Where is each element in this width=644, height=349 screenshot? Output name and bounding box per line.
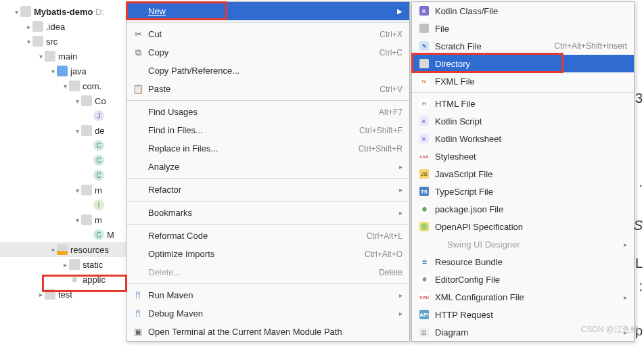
submenu-scratch[interactable]: ✎Scratch FileCtrl+Alt+Shift+Insert	[412, 37, 634, 55]
chevron-right-icon: ▸	[399, 292, 402, 299]
diagram-icon: ◫	[419, 327, 429, 337]
menu-separator	[412, 92, 634, 93]
menu-separator	[127, 100, 409, 101]
package-json-icon: ⬢	[419, 204, 429, 214]
chevron-right-icon: ▸	[399, 209, 402, 216]
directory-icon	[419, 59, 429, 68]
submenu-kotlin-class[interactable]: KKotlin Class/File	[412, 2, 634, 20]
tree-path-hint: D:	[95, 7, 104, 17]
tree-item[interactable]: CM	[0, 227, 135, 242]
submenu-package-json[interactable]: ⬢package.json File	[412, 200, 634, 218]
tree-item[interactable]: J	[0, 108, 135, 123]
submenu-openapi[interactable]: OpenAPI Specification	[412, 218, 634, 235]
terminal-icon: ▣	[132, 327, 144, 337]
paste-icon: 📋	[132, 84, 144, 94]
tree-item[interactable]: C	[0, 138, 135, 153]
context-menu: New▶ ✂CutCtrl+X ⧉CopyCtrl+C Copy Path/Re…	[126, 1, 410, 342]
submenu-directory[interactable]: Directory	[412, 55, 634, 72]
menu-item-copy-path[interactable]: Copy Path/Reference...	[127, 62, 409, 80]
kotlin-icon: K	[419, 6, 429, 16]
menu-item-reformat[interactable]: Reformat CodeCtrl+Alt+L	[127, 227, 409, 245]
tree-root[interactable]: ▾Mybatis-demo D:	[0, 4, 135, 19]
tree-item[interactable]: ▾m	[0, 212, 135, 227]
tree-item[interactable]: ▾java	[0, 64, 135, 78]
chevron-right-icon: ▸	[624, 241, 627, 248]
chevron-right-icon: ▶	[397, 7, 402, 15]
menu-item-open-terminal[interactable]: ▣Open Terminal at the Current Maven Modu…	[127, 323, 409, 341]
submenu-fxml[interactable]: fxFXML File	[412, 72, 634, 90]
maven-icon: ᛗ	[132, 290, 144, 300]
menu-item-new[interactable]: New▶	[127, 2, 409, 20]
kotlin-script-icon: K	[419, 116, 429, 126]
submenu-file[interactable]: File	[412, 20, 634, 37]
menu-item-run-maven[interactable]: ᛗRun Maven▸	[127, 286, 409, 304]
cut-icon: ✂	[132, 29, 144, 39]
xml-icon: xml	[419, 292, 429, 302]
tree-item[interactable]: C	[0, 153, 135, 168]
tree-item[interactable]: ▾de	[0, 123, 135, 138]
tree-item[interactable]: ▸test	[0, 287, 135, 302]
menu-item-cut[interactable]: ✂CutCtrl+X	[127, 25, 409, 43]
shortcut: Ctrl+C	[380, 48, 402, 57]
editor-fragment: :	[639, 279, 643, 294]
submenu-http-request[interactable]: APIHTTP Request	[412, 306, 634, 323]
maven-debug-icon: ᛗ	[132, 308, 144, 319]
shortcut: Ctrl+Alt+O	[365, 250, 402, 259]
tree-item[interactable]: ▸static	[0, 257, 135, 272]
editor-fragment: L	[635, 256, 643, 271]
shortcut: Ctrl+Shift+R	[359, 144, 402, 154]
menu-item-find-in-files[interactable]: Find in Files...Ctrl+Shift+F	[127, 121, 409, 139]
ts-icon: TS	[419, 187, 429, 196]
menu-item-delete[interactable]: Delete...Delete	[127, 263, 409, 281]
submenu-typescript[interactable]: TSTypeScript File	[412, 183, 634, 200]
menu-separator	[127, 283, 409, 284]
menu-item-paste[interactable]: 📋PasteCtrl+V	[127, 80, 409, 98]
submenu-xml-config[interactable]: xmlXML Configuration File▸	[412, 288, 634, 306]
copy-icon: ⧉	[132, 47, 144, 58]
menu-item-bookmarks[interactable]: Bookmarks▸	[127, 204, 409, 222]
menu-label: New	[148, 6, 166, 16]
editor-fragment: S	[634, 218, 643, 233]
menu-separator	[127, 201, 409, 202]
tree-item[interactable]: ▾src	[0, 34, 135, 49]
submenu-javascript[interactable]: JSJavaScript File	[412, 165, 634, 183]
tree-item[interactable]: ⚙applic	[0, 272, 135, 287]
menu-item-optimize-imports[interactable]: Optimize ImportsCtrl+Alt+O	[127, 245, 409, 263]
menu-item-analyze[interactable]: Analyze▸	[127, 158, 409, 176]
tree-item[interactable]: ▾m	[0, 183, 135, 197]
fxml-icon: fx	[419, 76, 429, 86]
tree-item[interactable]: ▾main	[0, 49, 135, 64]
menu-item-refactor[interactable]: Refactor▸	[127, 181, 409, 199]
submenu-stylesheet[interactable]: cssStylesheet	[412, 147, 634, 165]
menu-item-copy[interactable]: ⧉CopyCtrl+C	[127, 43, 409, 62]
tree-item[interactable]: ▾Co	[0, 93, 135, 108]
submenu-kotlin-worksheet[interactable]: KKotlin Worksheet	[412, 130, 634, 147]
tree-item[interactable]: C	[0, 168, 135, 183]
new-submenu: KKotlin Class/File File ✎Scratch FileCtr…	[411, 1, 635, 342]
editor-fragment: .	[639, 174, 643, 190]
tree-item[interactable]: ▾com.	[0, 78, 135, 93]
shortcut: Delete	[379, 268, 402, 277]
tree-item-resources[interactable]: ▾resources	[0, 242, 135, 257]
chevron-right-icon: ▸	[399, 186, 402, 193]
submenu-resource-bundle[interactable]: ☰Resource Bundle	[412, 253, 634, 271]
submenu-swing-designer[interactable]: Swing UI Designer▸	[412, 235, 634, 253]
menu-item-replace-in-files[interactable]: Replace in Files...Ctrl+Shift+R	[127, 139, 409, 158]
openapi-icon	[419, 222, 429, 231]
menu-item-debug-maven[interactable]: ᛗDebug Maven▸	[127, 304, 409, 323]
submenu-kotlin-script[interactable]: KKotlin Script	[412, 112, 634, 130]
shortcut: Ctrl+Alt+L	[367, 231, 402, 241]
editorconfig-icon: ⚙	[419, 275, 429, 284]
resource-bundle-icon: ☰	[419, 257, 429, 266]
shortcut: Ctrl+Alt+Shift+Insert	[554, 41, 627, 51]
submenu-html[interactable]: HHTML File	[412, 95, 634, 112]
project-tree: ▾Mybatis-demo D: ▸.idea ▾src ▾main ▾java…	[0, 0, 135, 302]
submenu-editorconfig[interactable]: ⚙EditorConfig File	[412, 271, 634, 288]
tree-item[interactable]: ▸.idea	[0, 19, 135, 34]
menu-item-find-usages[interactable]: Find UsagesAlt+F7	[127, 103, 409, 121]
file-icon	[419, 24, 429, 33]
tree-item[interactable]: I	[0, 197, 135, 212]
shortcut: Ctrl+Shift+F	[359, 126, 402, 135]
menu-separator	[127, 178, 409, 179]
http-icon: API	[419, 310, 429, 319]
